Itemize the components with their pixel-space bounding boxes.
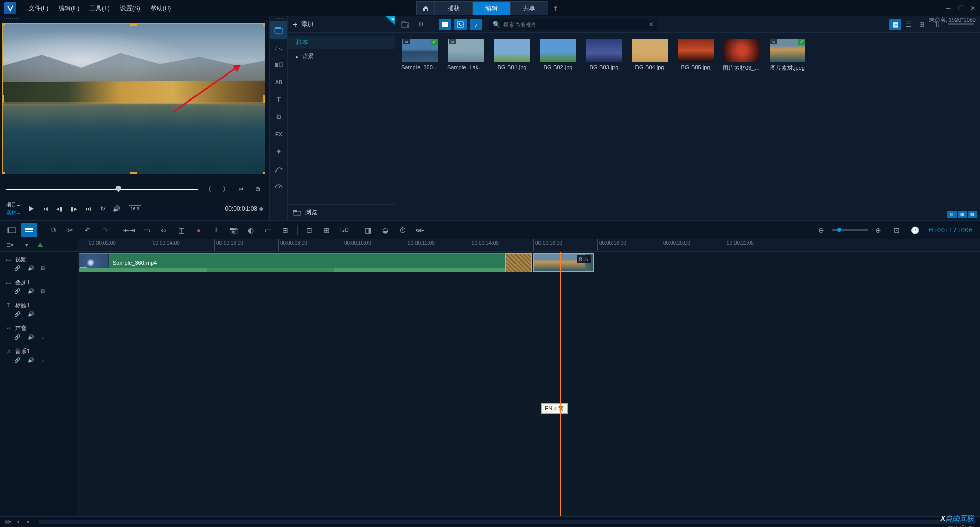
view-grid-button[interactable]: ▦ (889, 19, 901, 30)
add-label[interactable]: 添加 (301, 20, 313, 29)
menu-help[interactable]: 帮助(H) (146, 2, 176, 15)
project-mode-label[interactable]: 项目– (6, 201, 20, 208)
panel-drag-handle[interactable] (0, 16, 270, 21)
fullscreen-button[interactable]: ⛶ (144, 203, 156, 214)
tl-speed-button[interactable]: ⏱ (395, 223, 410, 237)
split-icon[interactable]: ✂ (236, 184, 247, 195)
tl-redo-button[interactable]: ↷ (97, 223, 113, 237)
tl-pan-zoom-button[interactable]: ◨ (360, 223, 376, 237)
selection-handle-se[interactable] (263, 172, 265, 174)
thumb-item-1[interactable]: ▭Sample_Lake.... (447, 39, 485, 72)
tl-chapter-button[interactable]: ◐ (243, 223, 258, 237)
track-head-overlay[interactable]: ▭叠加1 🔗🔊⊞ (0, 274, 77, 297)
scroll-left-button[interactable]: ◂ (14, 518, 21, 525)
tl-record-button[interactable]: ● (191, 223, 206, 237)
tl-timeline-button[interactable] (21, 223, 37, 237)
tl-3d-text-button[interactable]: T₃D (336, 223, 352, 237)
title-lane[interactable] (77, 297, 980, 320)
scrub-marker[interactable] (115, 186, 121, 192)
tl-multi-button[interactable]: ⊞ (319, 223, 334, 237)
track-lanes[interactable]: 🔊 Sample_360.mp4 图片 EN ♪ 简 (77, 252, 980, 516)
mini-panel-3[interactable]: ▧ (968, 211, 977, 218)
lib-tab-fx[interactable]: FX (270, 126, 287, 143)
selection-handle-sw[interactable] (2, 172, 5, 174)
ruler-menu-1[interactable]: ⊟▾ (4, 241, 15, 250)
selection-handle-w[interactable] (2, 95, 4, 103)
ruler-menu-2[interactable]: ≡▾ (19, 241, 31, 250)
tl-ripple-button[interactable]: ⇤⇥ (121, 223, 137, 237)
lib-tab-text[interactable]: T (270, 91, 287, 108)
timecode-down-button[interactable] (259, 209, 263, 211)
tab-edit[interactable]: 编辑 (473, 1, 510, 15)
play-button[interactable] (26, 203, 37, 214)
next-frame-button[interactable]: ▮▸ (68, 203, 80, 214)
playhead[interactable] (525, 252, 525, 516)
selection-handle-n[interactable] (130, 23, 137, 26)
thumb-item-2[interactable]: BG-B01.jpg (493, 39, 531, 72)
mark-in-icon[interactable]: 〔 (203, 184, 214, 195)
thumb-item-0[interactable]: ▭✓Sample_360.m... (401, 39, 439, 72)
favorite-pin-icon[interactable] (386, 16, 395, 26)
preview-viewport[interactable]: ↔ (2, 23, 265, 174)
thumb-item-3[interactable]: BG-B02.jpg (539, 39, 577, 72)
tl-grid-button[interactable]: ⊞ (278, 223, 293, 237)
overlay-lane[interactable] (77, 274, 980, 297)
clip-image-1[interactable]: 图片 (533, 253, 594, 272)
tl-crop-button[interactable]: ◫ (174, 223, 189, 237)
track-lock-icon[interactable]: ⊞ (41, 265, 45, 271)
mark-out-icon[interactable]: 〕 (219, 184, 231, 195)
selection-handle-nw[interactable] (2, 23, 5, 26)
edit-cursor[interactable] (560, 252, 561, 516)
aspect-ratio-label[interactable]: 16:9 (129, 205, 142, 212)
lib-tab-path[interactable] (270, 160, 287, 178)
goto-start-button[interactable]: ⏮ (40, 203, 51, 214)
ruler-add-track[interactable] (35, 241, 46, 250)
tree-item-background[interactable]: ▸背景 (288, 49, 395, 63)
tab-home[interactable] (416, 1, 435, 15)
clip-video-1[interactable]: 🔊 Sample_360.mp4 (79, 253, 505, 272)
zoom-in-button[interactable]: ⊕ (871, 223, 886, 237)
view-list-button[interactable]: ☰ (902, 19, 915, 30)
mini-panel-1[interactable]: ▤ (947, 211, 957, 218)
search-input[interactable] (503, 21, 646, 28)
loop-button[interactable]: ↻ (97, 203, 108, 214)
thumb-zoom-slider[interactable] (948, 23, 974, 25)
track-mute-icon[interactable]: 🔊 (28, 265, 34, 271)
thumb-item-6[interactable]: BG-B05.jpg (677, 39, 715, 72)
menu-tools[interactable]: 工具(T) (85, 2, 113, 15)
tl-copy-button[interactable]: ⧉ (45, 223, 61, 237)
sound-lane[interactable] (77, 320, 980, 343)
ruler-track[interactable]: 00:00:02:0000:00:04:0000:00:06:0000:00:0… (77, 239, 980, 251)
menu-edit[interactable]: 编辑(E) (55, 2, 83, 15)
thumb-item-7[interactable]: 图片素材03_副... (723, 39, 761, 72)
lib-tab-transitions[interactable] (270, 56, 287, 73)
timeline-zoom-slider[interactable] (832, 229, 868, 231)
selection-handle-s[interactable] (130, 172, 137, 174)
lib-tab-settings[interactable]: ⚙ (270, 108, 287, 126)
zoom-out-button[interactable]: ⊖ (814, 223, 829, 237)
track-link-icon[interactable]: 🔗 (14, 265, 20, 271)
track-head-sound[interactable]: 〰声音 🔗🔊⌄ (0, 320, 77, 343)
settings-gear-button[interactable]: ⚙ (414, 19, 427, 30)
import-folder-button[interactable]: + (399, 19, 411, 30)
volume-button[interactable]: 🔊 (111, 203, 122, 214)
tl-mask-button[interactable]: ◒ (378, 223, 393, 237)
thumb-item-8[interactable]: ▭✓图片素材.jpeg (769, 39, 806, 72)
transition-clip[interactable] (505, 253, 532, 272)
menu-settings[interactable]: 设置(S) (116, 2, 144, 15)
tl-undo-button[interactable]: ↶ (80, 223, 95, 237)
tl-stretch-button[interactable]: ⇔ (156, 223, 172, 237)
lib-tab-media[interactable] (270, 21, 287, 39)
track-head-video[interactable]: ▭视频 🔗🔊⊞ (0, 252, 77, 274)
bottom-menu-button[interactable]: ▤▾ (4, 518, 11, 525)
lib-tab-audio[interactable]: ♪♫ (270, 39, 287, 56)
fit-timeline-button[interactable]: ⊡ (889, 223, 904, 237)
filter-video-button[interactable] (439, 19, 451, 30)
music-lane[interactable] (77, 343, 980, 366)
video-lane[interactable]: 🔊 Sample_360.mp4 图片 (77, 252, 980, 274)
view-tiles-button[interactable]: ⊞ (916, 19, 928, 30)
search-box[interactable]: 🔍 ✕ (489, 19, 657, 30)
horizontal-scrollbar[interactable] (39, 520, 976, 524)
tree-item-sample[interactable]: 样本 (288, 36, 395, 49)
clear-search-icon[interactable]: ✕ (649, 21, 654, 28)
